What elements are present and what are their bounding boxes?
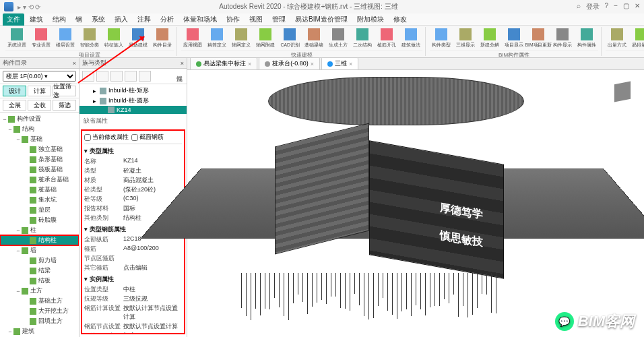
prop-row[interactable]: 名称KZ14 <box>84 156 182 166</box>
prop-row[interactable]: 位置类型中柱 <box>84 284 182 294</box>
menu-12[interactable]: 易达BIM造价管理 <box>291 13 352 26</box>
expand-icon[interactable] <box>139 71 151 82</box>
view-cube[interactable] <box>608 77 637 106</box>
ribbon-系统设置[interactable]: 系统设置 <box>5 27 28 50</box>
ribbon-项目显示[interactable]: 项目显示 <box>503 27 525 50</box>
tree-item[interactable]: −构件设置 <box>0 114 79 124</box>
ribbon-基础梁墙[interactable]: 基础梁墙 <box>302 27 325 50</box>
ribbon-易得量表[interactable]: 易得量表 <box>630 27 644 50</box>
menu-9[interactable]: 协作 <box>222 13 244 26</box>
prop-row[interactable]: 节点区箍筋 <box>84 253 182 263</box>
tree-item[interactable]: 桩基础 <box>0 185 79 195</box>
minimize-icon[interactable]: − <box>614 2 618 11</box>
prop-section-title[interactable]: ▾ 类型属性 <box>84 146 182 156</box>
prop-row[interactable]: 保护层厚度(mm)(20) <box>84 331 182 334</box>
menu-13[interactable]: 附加模块 <box>353 13 388 26</box>
tree-item[interactable]: −结构 <box>0 124 79 134</box>
ribbon-二次结构[interactable]: 二次结构 <box>351 27 374 50</box>
prop-row[interactable]: 其它箍筋点击编辑 <box>84 263 182 272</box>
left-close-icon[interactable]: × <box>73 60 76 67</box>
menu-4[interactable]: 系统 <box>88 13 109 26</box>
tree-item[interactable]: 基础土方 <box>0 296 79 306</box>
view-tab[interactable]: 易达梁集中标注× <box>190 57 257 69</box>
tree-item[interactable]: 结构柱 <box>0 235 79 245</box>
ribbon-智能分类[interactable]: 智能分类 <box>78 27 101 50</box>
prop-row[interactable]: 类型砼凝土 <box>84 166 182 175</box>
ribbon-轴网定义[interactable]: 轴网定义 <box>230 27 253 50</box>
maximize-icon[interactable]: ▢ <box>623 2 629 11</box>
prop-row[interactable]: 抗规等级三级抗规 <box>84 294 182 303</box>
toggle-计算[interactable]: 计算 <box>28 86 51 96</box>
tree-item[interactable]: 桩承台基础 <box>0 175 79 185</box>
view-tab[interactable]: 三维× <box>321 57 358 69</box>
tree-item[interactable]: 回填土方 <box>0 316 79 326</box>
3d-canvas[interactable]: 厚德笃学 慎思敏技 💬 BIM客网 <box>187 70 644 337</box>
ribbon-新建分解[interactable]: 新建分解 <box>478 27 501 50</box>
family-item[interactable]: ▸Inbuild-柱-矩形 <box>79 86 187 96</box>
tree-item[interactable]: −基础 <box>0 134 79 144</box>
ribbon-构件显示[interactable]: 构件显示 <box>551 27 574 50</box>
view-tab[interactable]: 桩承台(-0.80)× <box>259 57 320 69</box>
ribbon-特征族入[interactable]: 特征族入 <box>102 27 125 50</box>
prop-row[interactable]: 砼类型(泵砼±20砼) <box>84 185 182 194</box>
ribbon-建筑做法[interactable]: 建筑做法 <box>399 27 422 50</box>
search-icon[interactable]: ⌕ <box>577 2 581 11</box>
tree-item[interactable]: 剪力墙 <box>0 255 79 266</box>
menu-7[interactable]: 分析 <box>156 13 178 26</box>
menu-8[interactable]: 体量和场地 <box>179 13 221 26</box>
ribbon-精简定义[interactable]: 精简定义 <box>205 27 228 50</box>
toggle-全收[interactable]: 全收 <box>28 100 51 111</box>
prop-section-title[interactable]: ▾ 实例属性 <box>84 274 182 284</box>
tree-item[interactable]: −土方 <box>0 286 79 296</box>
menu-14[interactable]: 修改 <box>389 13 411 26</box>
toggle-设计[interactable]: 设计 <box>3 86 26 96</box>
toggle-全展[interactable]: 全展 <box>3 100 26 111</box>
prop-row[interactable]: 砼等级(C30) <box>84 194 182 204</box>
tree-item[interactable]: 垫层 <box>0 205 79 215</box>
ribbon-植筋开孔[interactable]: 植筋开孔 <box>375 27 398 50</box>
tree-item[interactable]: 条形基础 <box>0 154 79 164</box>
family-item[interactable]: KZ14 <box>79 106 187 114</box>
ribbon-应用视图[interactable]: 应用视图 <box>181 27 204 50</box>
user-label[interactable]: 登录 <box>586 2 600 11</box>
copy-icon[interactable] <box>110 71 123 82</box>
tree-item[interactable]: −墙 <box>0 245 79 255</box>
tree-item[interactable]: 大开挖土方 <box>0 306 79 316</box>
menu-10[interactable]: 视图 <box>245 13 267 26</box>
quick-access[interactable]: ▸ ▾ ⟲ ⟳ <box>18 3 40 11</box>
tree-item[interactable]: −建筑 <box>0 326 79 336</box>
menu-1[interactable]: 建筑 <box>26 13 47 26</box>
tree-item[interactable]: −柱 <box>0 225 79 235</box>
current-edit-checkbox[interactable]: 当前修改属性 <box>84 133 129 142</box>
tree-item[interactable]: 筏板基础 <box>0 164 79 175</box>
tree-item[interactable]: 集水坑 <box>0 195 79 205</box>
prop-row[interactable]: 材质商品混凝土 <box>84 175 182 185</box>
section-rebar-checkbox[interactable]: 截面钢筋 <box>131 133 164 142</box>
tree-item[interactable]: 结梁 <box>0 266 79 276</box>
ribbon-出量方式[interactable]: 出量方式 <box>606 27 629 50</box>
menu-0[interactable]: 文件 <box>3 13 24 26</box>
tree-item[interactable]: 砖胎膜 <box>0 215 79 225</box>
ribbon-构件属性[interactable]: 构件属性 <box>575 27 598 50</box>
collapse-icon[interactable] <box>125 71 137 82</box>
component-tree[interactable]: −构件设置−结构−基础独立基础条形基础筏板基础桩承台基础桩基础集水坑垫层砖胎膜−… <box>0 113 79 337</box>
ribbon-BIM项目更新[interactable]: BIM项目更新 <box>527 27 550 50</box>
toggle-筛选[interactable]: 筛选 <box>53 100 76 111</box>
help-icon[interactable]: ? <box>605 2 609 11</box>
floor-select[interactable]: 楼层 1F(0.00) ▾ <box>3 71 76 82</box>
prop-row[interactable]: 钢筋节点设置按默认节点设置计算 <box>84 321 182 331</box>
ribbon-专业设置[interactable]: 专业设置 <box>30 27 53 50</box>
tree-item[interactable]: 结板 <box>0 276 79 286</box>
menu-11[interactable]: 管理 <box>268 13 290 26</box>
ribbon-楼层设置[interactable]: 楼层设置 <box>54 27 77 50</box>
ribbon-构件目录[interactable]: 构件目录 <box>151 27 174 50</box>
menu-5[interactable]: 插入 <box>110 13 132 26</box>
mid-close-icon[interactable]: × <box>181 60 184 67</box>
delete-icon[interactable] <box>96 71 108 82</box>
ribbon-三维显示[interactable]: 三维显示 <box>454 27 477 50</box>
ribbon-轴网附建[interactable]: 轴网附建 <box>254 27 277 50</box>
tree-item[interactable]: 独立基础 <box>0 144 79 154</box>
ribbon-生成土方[interactable]: 生成土方 <box>327 27 350 50</box>
menu-3[interactable]: 钢 <box>71 13 86 26</box>
close-icon[interactable]: ✕ <box>635 2 640 11</box>
